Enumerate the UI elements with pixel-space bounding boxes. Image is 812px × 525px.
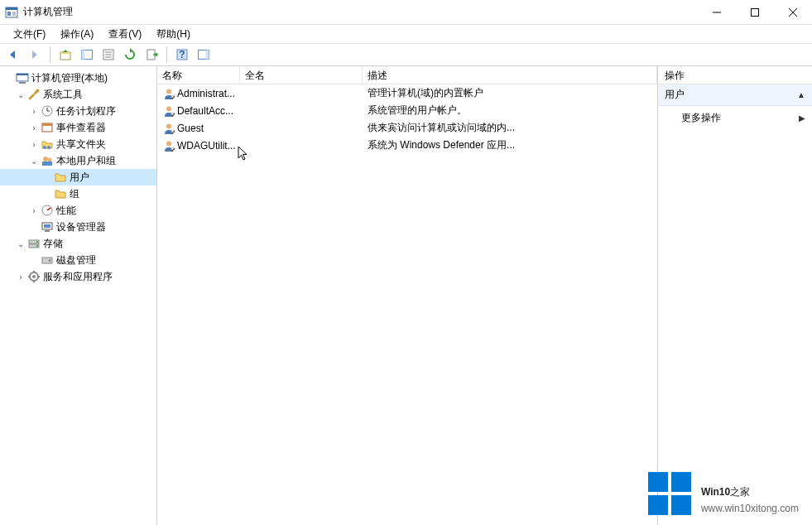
tree-label: 磁盘管理	[55, 253, 96, 267]
svg-point-53	[171, 132, 173, 134]
svg-rect-34	[42, 161, 52, 166]
tree-event-viewer[interactable]: › 事件查看器	[0, 119, 156, 136]
tree-device-manager[interactable]: › 设备管理器	[0, 219, 156, 235]
user-row[interactable]: Guest供来宾访问计算机或访问域的内...	[157, 119, 657, 137]
toolbar: ?	[0, 43, 812, 66]
device-icon	[40, 220, 55, 234]
column-headers: 名称 全名 描述	[157, 66, 657, 84]
folder-icon	[53, 171, 68, 184]
action-section-users[interactable]: 用户 ▲	[658, 84, 812, 106]
user-desc-cell: 管理计算机(域)的内置帐户	[363, 86, 657, 100]
svg-point-52	[166, 123, 171, 128]
menu-file[interactable]: 文件(F)	[7, 26, 52, 43]
tree-groups[interactable]: › 组	[0, 185, 156, 202]
svg-point-51	[171, 115, 173, 117]
action-more[interactable]: 更多操作 ▶	[658, 106, 812, 130]
menu-view[interactable]: 查看(V)	[102, 26, 148, 43]
action-pane-header: 操作	[658, 66, 812, 84]
computer-icon	[15, 71, 30, 84]
disk-icon	[40, 253, 55, 267]
svg-point-24	[36, 89, 39, 93]
svg-point-30	[43, 146, 46, 149]
column-name[interactable]: 名称	[157, 66, 240, 84]
tree-services-apps[interactable]: › 服务和应用程序	[0, 268, 156, 285]
tree-label: 服务和应用程序	[41, 270, 113, 284]
user-icon	[162, 122, 175, 135]
tree-task-scheduler[interactable]: › 任务计划程序	[0, 103, 156, 119]
column-description[interactable]: 描述	[363, 66, 657, 84]
tree-twist[interactable]: ⌄	[15, 239, 26, 248]
svg-point-50	[166, 106, 171, 111]
svg-rect-5	[752, 8, 759, 16]
action-section-label: 用户	[665, 88, 685, 102]
user-row[interactable]: DefaultAcc...系统管理的用户帐户。	[157, 102, 657, 119]
tree-twist[interactable]: ›	[28, 107, 40, 116]
refresh-button[interactable]	[120, 46, 140, 64]
tree-twist[interactable]: ›	[15, 272, 26, 282]
user-icon	[162, 104, 175, 118]
tree-label: 计算机管理(本地)	[30, 71, 108, 85]
tree-shared-folders[interactable]: › 共享文件夹	[0, 136, 156, 152]
tree-twist[interactable]: ⌄	[28, 157, 40, 166]
help-button[interactable]: ?	[172, 46, 192, 64]
user-row[interactable]: WDAGUtilit...系统为 Windows Defender 应用...	[157, 137, 657, 154]
svg-rect-39	[45, 230, 50, 232]
svg-point-45	[49, 259, 51, 262]
svg-rect-2	[7, 12, 11, 16]
tree-users[interactable]: › 用户	[0, 169, 156, 185]
tree-twist[interactable]: ⌄	[15, 90, 26, 99]
user-list[interactable]: Administrat...管理计算机(域)的内置帐户DefaultAcc...…	[157, 84, 657, 525]
forward-button[interactable]	[25, 46, 45, 64]
user-name-cell: Administrat...	[157, 87, 240, 100]
back-button[interactable]	[3, 46, 23, 64]
tree-twist[interactable]: ›	[28, 123, 40, 132]
tree-local-users-groups[interactable]: ⌄ 本地用户和组	[0, 152, 156, 169]
titlebar: 计算机管理	[0, 0, 812, 25]
tree-label: 共享文件夹	[55, 137, 106, 152]
menu-action[interactable]: 操作(A)	[54, 26, 100, 43]
collapse-icon: ▲	[797, 90, 805, 99]
app-icon	[5, 6, 18, 19]
tree-disk-management[interactable]: › 磁盘管理	[0, 252, 156, 268]
tree-system-tools[interactable]: ⌄ 系统工具	[0, 86, 156, 103]
svg-rect-3	[12, 12, 16, 16]
maximize-button[interactable]	[736, 0, 774, 24]
column-fullname[interactable]: 全名	[240, 66, 363, 84]
minimize-button[interactable]	[698, 0, 736, 24]
svg-rect-20	[206, 51, 209, 60]
user-name-cell: DefaultAcc...	[157, 104, 240, 118]
storage-icon	[26, 237, 41, 250]
folder-icon	[53, 187, 68, 200]
toolbar-separator	[166, 46, 167, 63]
tree-twist[interactable]: ›	[28, 140, 40, 149]
user-desc-cell: 系统为 Windows Defender 应用...	[363, 138, 657, 152]
user-icon	[162, 87, 175, 100]
user-desc-cell: 系统管理的用户帐户。	[363, 104, 657, 118]
toolbar-separator	[50, 46, 50, 63]
user-row[interactable]: Administrat...管理计算机(域)的内置帐户	[157, 84, 657, 102]
svg-rect-23	[19, 82, 26, 84]
show-hide-tree-button[interactable]	[77, 46, 97, 64]
svg-point-42	[36, 241, 38, 243]
svg-point-47	[32, 275, 36, 278]
tree-root[interactable]: ▶ 计算机管理(本地)	[0, 70, 156, 86]
tree-twist[interactable]: ›	[28, 206, 40, 215]
show-hide-action-button[interactable]	[194, 46, 214, 64]
svg-rect-22	[17, 74, 28, 75]
export-button[interactable]	[142, 46, 161, 64]
tree-label: 系统工具	[41, 88, 83, 102]
performance-icon	[40, 204, 55, 217]
main-area: ▶ 计算机管理(本地) ⌄ 系统工具 › 任务计划程序 › 事件查看器 ›	[0, 66, 812, 525]
svg-rect-1	[6, 7, 17, 10]
tree-label: 存储	[41, 237, 63, 251]
tree-performance[interactable]: › 性能	[0, 202, 156, 219]
up-button[interactable]	[55, 46, 75, 64]
tree-storage[interactable]: ⌄ 存储	[0, 235, 156, 252]
tree-pane[interactable]: ▶ 计算机管理(本地) ⌄ 系统工具 › 任务计划程序 › 事件查看器 ›	[0, 66, 157, 525]
tools-icon	[26, 88, 41, 101]
svg-point-55	[171, 150, 173, 152]
menu-help[interactable]: 帮助(H)	[150, 26, 197, 43]
close-button[interactable]	[774, 0, 812, 24]
svg-point-31	[47, 146, 50, 149]
properties-button[interactable]	[98, 46, 118, 64]
